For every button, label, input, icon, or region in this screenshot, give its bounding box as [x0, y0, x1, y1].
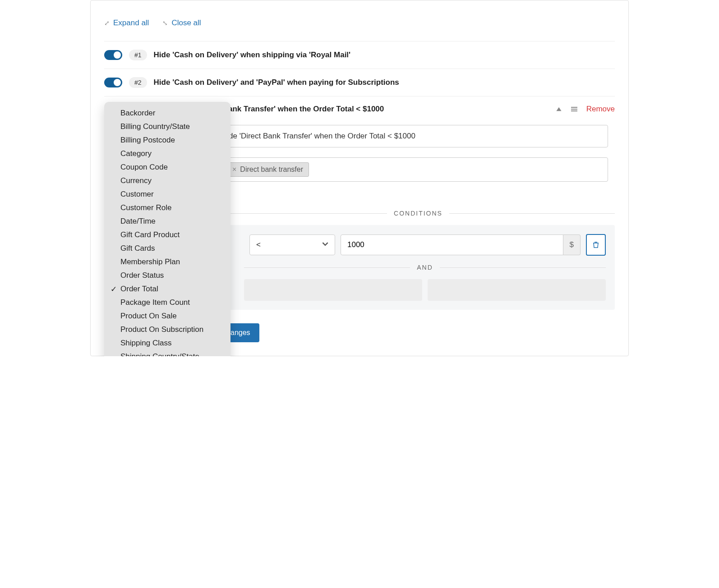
delete-condition-button[interactable] [586, 234, 606, 256]
remove-rule-link[interactable]: Remove [586, 105, 615, 114]
rule-row[interactable]: #1 Hide 'Cash on Delivery' when shipping… [104, 41, 615, 69]
dropdown-item[interactable]: Gift Cards [104, 242, 230, 255]
chevron-down-icon [322, 240, 328, 249]
condition-suffix: $ [563, 234, 581, 255]
dropdown-item[interactable]: Customer [104, 188, 230, 201]
new-condition-row [244, 279, 606, 301]
condition-value-group: $ [341, 234, 581, 255]
rule-title: Hide 'Cash on Delivery' and 'PayPal' whe… [154, 78, 399, 87]
and-separator: AND [244, 264, 606, 271]
dropdown-item[interactable]: Coupon Code [104, 161, 230, 174]
expand-all-label: Expand all [113, 18, 149, 28]
dropdown-item[interactable]: Product On Sale [104, 309, 230, 323]
rule-toggle[interactable] [104, 78, 122, 87]
rule-form: × Direct bank transfer ? [221, 125, 615, 200]
rule-badge: #2 [129, 77, 147, 88]
conditions-heading: CONDITIONS [221, 210, 615, 217]
dropdown-item[interactable]: Gift Card Product [104, 228, 230, 242]
toolbar: ⤢ Expand all ⤡ Close all [104, 18, 615, 28]
dropdown-item[interactable]: Billing Country/State [104, 120, 230, 133]
operator-select[interactable]: < [249, 234, 335, 255]
dropdown-item[interactable]: Package Item Count [104, 296, 230, 309]
dropdown-item[interactable]: Backorder [104, 106, 230, 120]
rule-description-input[interactable] [221, 125, 608, 147]
dropdown-item[interactable]: Currency [104, 174, 230, 188]
rule-badge: #1 [129, 50, 147, 60]
rule-title: Hide 'Cash on Delivery' when shipping vi… [154, 51, 351, 60]
collapse-icon: ⤡ [162, 19, 168, 27]
dropdown-item[interactable]: Order Total [104, 282, 230, 296]
dropdown-item[interactable]: Order Status [104, 269, 230, 282]
dropdown-item[interactable]: Membership Plan [104, 255, 230, 269]
payment-method-select[interactable]: × Direct bank transfer [221, 157, 608, 182]
dropdown-item[interactable]: Date/Time [104, 215, 230, 228]
payment-method-chip: × Direct bank transfer [226, 162, 309, 177]
close-all-link[interactable]: ⤡ Close all [162, 18, 201, 28]
rule-expanded-title: ank Transfer' when the Order Total < $10… [228, 105, 384, 114]
dropdown-item[interactable]: Customer Role [104, 201, 230, 215]
dropdown-item[interactable]: Shipping Class [104, 336, 230, 350]
condition-type-dropdown[interactable]: BackorderBilling Country/StateBilling Po… [104, 102, 230, 356]
dropdown-item[interactable]: Category [104, 147, 230, 161]
expand-icon: ⤢ [104, 19, 110, 27]
svg-marker-0 [556, 107, 561, 111]
rule-row[interactable]: #2 Hide 'Cash on Delivery' and 'PayPal' … [104, 69, 615, 96]
dropdown-item[interactable]: Billing Postcode [104, 133, 230, 147]
drag-handle-icon[interactable] [570, 105, 578, 113]
operator-value: < [256, 240, 261, 249]
expand-all-link[interactable]: ⤢ Expand all [104, 18, 149, 28]
chip-remove-icon[interactable]: × [232, 165, 236, 174]
condition-value-input[interactable] [341, 234, 563, 255]
condition-placeholder[interactable] [244, 279, 422, 301]
collapse-rule-icon[interactable] [556, 106, 562, 112]
close-all-label: Close all [171, 18, 201, 28]
settings-panel: ⤢ Expand all ⤡ Close all #1 Hide 'Cash o… [90, 0, 629, 356]
rule-actions: Remove [556, 105, 615, 114]
dropdown-item[interactable]: Product On Subscription [104, 323, 230, 336]
condition-placeholder[interactable] [428, 279, 606, 301]
rule-toggle[interactable] [104, 50, 122, 60]
chip-label: Direct bank transfer [240, 165, 303, 174]
dropdown-item[interactable]: Shipping Country/State [104, 350, 230, 356]
